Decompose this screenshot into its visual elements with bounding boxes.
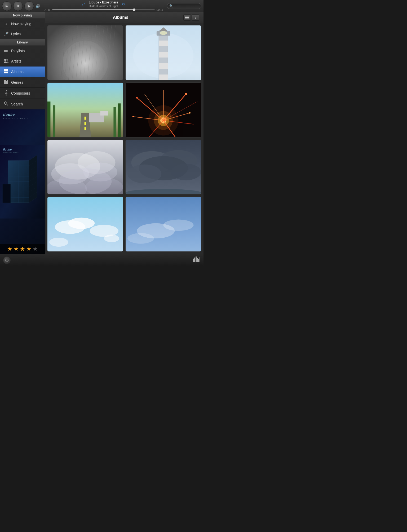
svg-rect-74	[47, 101, 50, 138]
svg-point-68	[160, 31, 167, 35]
svg-text:liqube: liqube	[3, 148, 12, 151]
svg-text:electronic music: electronic music	[3, 152, 19, 153]
stars-row: ★ ★ ★ ★ ★	[0, 244, 45, 254]
progress-fill	[52, 9, 134, 10]
search-sidebar-icon	[4, 101, 8, 107]
svg-rect-40	[185, 16, 189, 16]
album-card-sky1[interactable]	[47, 197, 123, 252]
shuffle-button[interactable]: ⇄	[80, 2, 87, 7]
album-thumb-interloper	[47, 25, 123, 80]
sidebar-label-artists: Artists	[11, 59, 21, 63]
svg-rect-62	[159, 41, 168, 46]
sidebar-item-lyrics[interactable]: 🎤 Lyrics	[0, 29, 45, 39]
repeat-button[interactable]: ↺	[120, 2, 127, 7]
album-sub-text: electronic music	[3, 117, 28, 120]
sidebar-label-now-playing: Now playing	[11, 22, 31, 26]
svg-rect-8	[6, 69, 8, 71]
sidebar-item-search[interactable]: Search	[0, 99, 45, 109]
svg-rect-0	[4, 49, 8, 49]
album-thumb-storm	[126, 140, 201, 195]
svg-rect-10	[6, 72, 8, 73]
album-thumb-sky2	[126, 197, 201, 252]
equalizer-button[interactable]	[193, 256, 200, 264]
svg-point-15	[4, 102, 7, 104]
volume-icon: 🔊	[36, 4, 40, 8]
svg-rect-65	[159, 74, 168, 80]
star-3: ★	[20, 246, 25, 252]
sidebar-item-artists[interactable]: Artists	[0, 56, 45, 66]
svg-point-126	[127, 233, 154, 244]
svg-point-93	[185, 93, 187, 95]
svg-rect-14	[7, 80, 8, 84]
sidebar-header-library: Library	[0, 39, 45, 46]
sidebar-label-search: Search	[11, 102, 23, 106]
album-art-building-svg: liqube electronic music	[0, 109, 45, 254]
pause-button[interactable]: ⏸	[13, 1, 23, 11]
svg-rect-131	[197, 258, 198, 262]
svg-point-4	[4, 61, 7, 63]
album-card-sky2[interactable]	[125, 197, 201, 252]
album-thumb-remedy	[47, 140, 123, 195]
albums-grid: Interloper Supercentury 2012	[45, 23, 204, 254]
lyrics-icon: 🎤	[4, 32, 8, 36]
album-card-lighthouse[interactable]: Lighthouse Chronicles Alcatracks 2000	[125, 25, 201, 80]
list-view-button[interactable]	[183, 14, 191, 21]
svg-rect-42	[185, 19, 189, 19]
time-elapsed: 04:41	[44, 8, 51, 11]
next-button[interactable]: ▶	[24, 1, 34, 11]
svg-rect-77	[113, 107, 116, 137]
composers-icon: 𝄞	[4, 90, 8, 96]
main-layout: Now playing ♪ Now playing 🎤 Lyrics Libra…	[0, 12, 204, 254]
svg-point-114	[171, 163, 201, 180]
album-card-storm[interactable]: Storm Moody 2009	[125, 140, 201, 195]
svg-point-3	[4, 59, 6, 61]
sidebar-item-playlists[interactable]: Playlists	[0, 46, 45, 56]
prev-button[interactable]: ⏮	[2, 1, 12, 11]
svg-rect-132	[198, 259, 199, 262]
svg-point-122	[104, 235, 119, 242]
sidebar-label-playlists: Playlists	[11, 49, 25, 53]
svg-rect-11	[4, 80, 5, 84]
sidebar-item-genres[interactable]: Genres	[0, 77, 45, 88]
top-search-bar[interactable]: 🔍	[167, 3, 201, 9]
sidebar-item-composers[interactable]: 𝄞 Composers	[0, 88, 45, 99]
sidebar-item-albums[interactable]: Albums	[0, 66, 45, 77]
top-bar: ⏮ ⏸ ▶ 🔊 ⇄ Liqube - Exosphere Distant Wor…	[0, 0, 204, 12]
star-2: ★	[14, 246, 19, 252]
view-buttons: ↕	[183, 14, 199, 21]
content-area: Albums ↕	[45, 12, 204, 254]
time-remaining: -00:17	[156, 8, 163, 11]
sidebar-item-now-playing[interactable]: ♪ Now playing	[0, 19, 45, 29]
svg-rect-128	[193, 259, 194, 262]
power-button[interactable]	[3, 256, 11, 264]
album-card-on[interactable]: ON On Blot the Eye 1978	[47, 82, 123, 138]
track-title: Liqube - Exosphere	[89, 1, 118, 4]
album-thumb-on: ON	[47, 83, 123, 138]
sidebar-label-genres: Genres	[11, 80, 23, 85]
track-name-block: Liqube - Exosphere Distant Worlds of Lig…	[89, 1, 118, 8]
svg-point-125	[163, 220, 194, 231]
content-title: Albums	[58, 15, 183, 20]
album-thumb-lighthouse	[126, 25, 201, 80]
sort-button[interactable]: ↕	[192, 14, 199, 21]
svg-point-100	[148, 105, 179, 135]
sidebar-album-art: liqube electronic music	[0, 109, 45, 254]
svg-line-16	[7, 104, 8, 105]
sidebar-label-lyrics: Lyrics	[11, 32, 21, 36]
genres-icon	[4, 80, 8, 85]
svg-rect-1	[4, 50, 8, 51]
track-album: Distant Worlds of Light	[89, 5, 118, 8]
svg-rect-63	[159, 52, 168, 57]
content-header: Albums ↕	[45, 12, 204, 23]
album-brand: liqube	[3, 113, 28, 117]
album-card-explosion[interactable]: Premature Explosion Monkey Business 2014	[125, 82, 201, 138]
album-thumb-sky1	[47, 197, 123, 252]
svg-rect-76	[118, 103, 121, 137]
svg-rect-2	[4, 51, 8, 52]
progress-bar[interactable]	[52, 9, 155, 10]
svg-point-6	[7, 62, 8, 63]
svg-rect-129	[194, 258, 195, 262]
svg-rect-133	[200, 257, 200, 262]
album-card-interloper[interactable]: Interloper Supercentury 2012	[47, 25, 123, 80]
album-card-remedy[interactable]: Remedy Trematode 2011	[47, 140, 123, 195]
